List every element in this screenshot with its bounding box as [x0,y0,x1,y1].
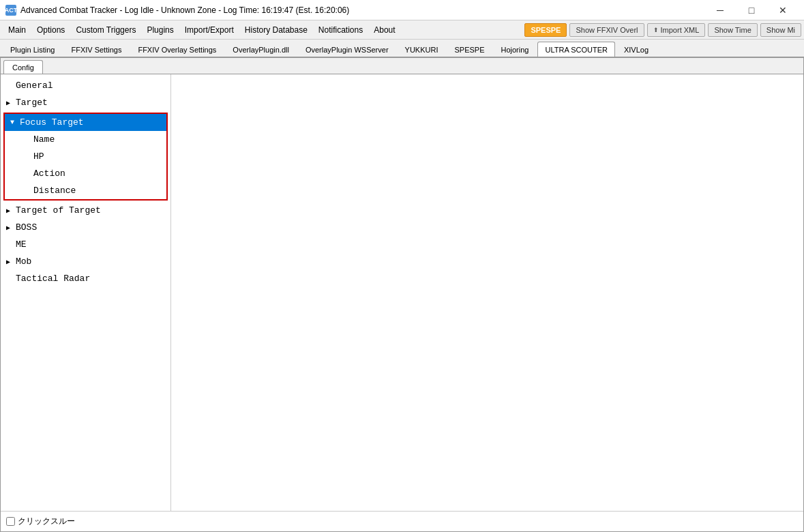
tab-config[interactable]: Config [3,60,43,74]
tree-item-focus-target[interactable]: ▼ Focus Target [5,114,166,131]
tab-overlay-plugin-wsserver[interactable]: OverlayPlugin WSServer [298,42,396,57]
tree-item-boss[interactable]: ▶ BOSS [1,219,170,236]
tree-item-hp[interactable]: HP [5,148,166,165]
bottom-bar: クリックスルー [1,511,803,531]
tree-item-target-of-target[interactable]: ▶ Target of Target [1,202,170,219]
arrow-boss: ▶ [6,224,16,232]
arrow-distance [24,187,33,194]
menu-bar-right: SPESPE Show FFXIV Overl ⬆ Import XML Sho… [524,23,801,37]
menu-about[interactable]: About [368,23,400,38]
menu-import-export[interactable]: Import/Export [179,23,239,38]
focus-target-group: ▼ Focus Target Name HP Action [3,113,168,201]
tab-overlay-plugin-dll[interactable]: OverlayPlugin.dll [225,42,297,57]
arrow-action [24,170,33,177]
app-icon: ACT [5,5,16,16]
spespe-button[interactable]: SPESPE [524,23,567,37]
menu-notifications[interactable]: Notifications [313,23,368,38]
main-content: Config General ▶ Target ▼ Focus Target [0,57,804,532]
menu-history-database[interactable]: History Database [239,23,313,38]
arrow-focus-target: ▼ [10,119,20,126]
tab-yukkuri[interactable]: YUKKURI [398,42,446,57]
arrow-me [6,241,16,248]
right-panel [171,74,803,511]
import-xml-icon: ⬆ [653,27,659,33]
tree-item-action[interactable]: Action [5,165,166,182]
arrow-mob: ▶ [6,258,16,266]
arrow-target: ▶ [6,99,16,107]
tree-item-name[interactable]: Name [5,131,166,148]
title-bar: ACT Advanced Combat Tracker - Log Idle -… [0,0,804,20]
minimize-button[interactable]: ─ [704,0,736,20]
show-mi-button[interactable]: Show Mi [760,23,801,37]
menu-main[interactable]: Main [3,23,31,38]
tree-item-mob[interactable]: ▶ Mob [1,253,170,270]
tab-hojoring[interactable]: Hojoring [494,42,537,57]
tree-panel: General ▶ Target ▼ Focus Target Name [1,74,171,511]
menu-bar: Main Options Custom Triggers Plugins Imp… [0,20,804,40]
title-bar-left: ACT Advanced Combat Tracker - Log Idle -… [5,5,349,16]
clickthrough-checkbox[interactable] [6,517,15,526]
show-ffxiv-button[interactable]: Show FFXIV Overl [569,23,644,37]
maximize-button[interactable]: □ [736,0,767,20]
title-bar-controls: ─ □ ✕ [704,0,799,20]
tab-spespe[interactable]: SPESPE [447,42,492,57]
import-xml-button[interactable]: ⬆ Import XML [647,23,706,37]
tab-xivlog[interactable]: XIVLog [616,42,656,57]
arrow-name [24,136,33,143]
tab-ffxiv-overlay-settings[interactable]: FFXIV Overlay Settings [130,42,224,57]
menu-bar-left: Main Options Custom Triggers Plugins Imp… [3,23,524,38]
plugin-tab-bar: Plugin Listing FFXIV Settings FFXIV Over… [0,40,804,57]
menu-plugins[interactable]: Plugins [141,23,179,38]
arrow-target-of-target: ▶ [6,207,16,215]
tab-ffxiv-settings[interactable]: FFXIV Settings [63,42,129,57]
body-split: General ▶ Target ▼ Focus Target Name [1,74,803,511]
tab-plugin-listing[interactable]: Plugin Listing [3,42,62,57]
arrow-general [6,82,16,89]
tree-item-tactical-radar[interactable]: Tactical Radar [1,270,170,287]
tree-item-distance[interactable]: Distance [5,182,166,199]
menu-custom-triggers[interactable]: Custom Triggers [70,23,141,38]
title-bar-text: Advanced Combat Tracker - Log Idle - Unk… [20,5,349,15]
config-tab-bar: Config [1,58,803,74]
clickthrough-label[interactable]: クリックスルー [6,516,75,527]
show-time-button[interactable]: Show Time [708,23,757,37]
arrow-hp [24,153,33,160]
close-button[interactable]: ✕ [767,0,799,20]
tree-item-me[interactable]: ME [1,236,170,253]
menu-options[interactable]: Options [31,23,70,38]
arrow-tactical-radar [6,275,16,282]
tree-item-target[interactable]: ▶ Target [1,94,170,111]
tree-item-general[interactable]: General [1,77,170,94]
tab-ultra-scouter[interactable]: ULTRA SCOUTER [537,42,614,57]
